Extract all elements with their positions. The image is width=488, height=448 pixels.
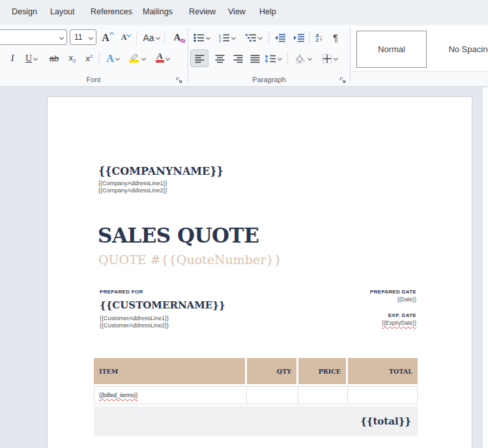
shrink-font-icon: A — [121, 33, 127, 42]
justify-button[interactable] — [246, 50, 263, 67]
exp-date-label: EXP. DATE — [382, 312, 416, 318]
customer-address-line2: {{CustomerAddressLine2}} — [100, 322, 169, 329]
line-spacing-icon — [265, 54, 276, 63]
clear-formatting-button[interactable]: A — [167, 29, 187, 46]
style-no-spacing[interactable]: No Spacing — [431, 31, 488, 68]
paragraph-dialog-launcher-icon[interactable] — [339, 77, 347, 85]
style-normal-label: Normal — [378, 44, 405, 54]
font-color-button[interactable]: A — [152, 50, 173, 67]
text-effects-icon: A — [106, 53, 114, 65]
style-no-spacing-label: No Spacing — [448, 44, 488, 54]
company-address[interactable]: {{CompanyAddressLine1}} {{CompanyAddress… — [98, 180, 167, 194]
col-header-price: PRICE — [298, 358, 346, 384]
sort-arrow-icon: ↓ — [319, 33, 323, 42]
superscript-button[interactable]: x2 — [82, 50, 96, 67]
shrink-font-button[interactable]: A — [118, 29, 134, 46]
text-highlight-button[interactable] — [126, 50, 148, 67]
underline-button[interactable]: U — [22, 50, 40, 67]
quote-number-line[interactable]: QUOTE #{{QuoteNumber}} — [98, 252, 282, 267]
col-header-item: ITEM — [94, 358, 245, 384]
font-size-combobox[interactable]: 11 — [70, 29, 96, 45]
tab-view[interactable]: View — [228, 7, 246, 16]
borders-button[interactable] — [318, 50, 341, 67]
chevron-down-icon — [278, 56, 282, 61]
subscript-button[interactable]: x2 — [65, 50, 79, 67]
bullets-icon — [194, 33, 205, 42]
align-right-button[interactable] — [229, 50, 246, 67]
tab-review[interactable]: Review — [189, 7, 216, 16]
customer-address[interactable]: {{CustomerAddressLine1}} {{CustomerAddre… — [100, 315, 169, 329]
company-address-line1: {{CompanyAddressLine1}} — [98, 180, 167, 187]
cell-divider — [298, 387, 298, 404]
total-row[interactable]: {{total}} — [94, 406, 418, 436]
group-divider — [188, 28, 188, 83]
numbering-button[interactable]: 123 — [216, 29, 238, 46]
superscript-icon: x2 — [86, 53, 93, 63]
strikethrough-button[interactable]: ab — [46, 50, 63, 67]
prepared-date-label: PREPARED DATE — [370, 289, 416, 295]
align-center-button[interactable] — [211, 50, 228, 67]
tab-mailings[interactable]: Mailings — [143, 7, 173, 16]
align-left-button[interactable] — [190, 50, 208, 67]
separator — [136, 31, 137, 44]
prepared-date-block[interactable]: PREPARED DATE {{Date}} — [370, 289, 416, 303]
italic-button[interactable]: I — [7, 50, 18, 67]
quote-table[interactable]: ITEM QTY PRICE TOTAL {{billed_items}} {{… — [94, 358, 418, 436]
shading-button[interactable] — [291, 50, 314, 67]
ribbon: oto 11 A A Aa A I — [0, 25, 488, 87]
total-value: {{total}} — [360, 415, 411, 427]
grow-font-button[interactable]: A — [99, 29, 116, 46]
company-name-placeholder[interactable]: {{COMPANYNAME}} — [98, 165, 223, 177]
line-spacing-button[interactable] — [262, 50, 284, 67]
quote-table-header-row: ITEM QTY PRICE TOTAL — [94, 358, 418, 384]
align-right-icon — [233, 54, 243, 63]
customer-name-placeholder[interactable]: {{CUSTOMERNAME}} — [100, 299, 225, 311]
font-group-label: Font — [0, 76, 187, 83]
borders-icon — [322, 53, 332, 64]
customer-address-line1: {{CustomerAddressLine1}} — [100, 315, 169, 322]
cell-divider — [246, 387, 247, 404]
document-canvas: {{COMPANYNAME}} {{CompanyAddressLine1}} … — [0, 87, 488, 448]
document-page[interactable]: {{COMPANYNAME}} {{CompanyAddressLine1}} … — [47, 97, 472, 448]
tab-help[interactable]: Help — [259, 7, 276, 16]
chevron-down-icon — [89, 35, 93, 39]
tab-layout[interactable]: Layout — [50, 7, 75, 16]
font-color-icon: A — [156, 52, 164, 65]
company-address-line2: {{CompanyAddressLine2}} — [98, 187, 167, 194]
separator — [287, 52, 288, 65]
word-window: Design Layout References Mailings Review… — [0, 0, 488, 448]
style-normal[interactable]: Normal — [356, 31, 427, 68]
svg-text:3: 3 — [219, 38, 221, 42]
cell-divider — [347, 387, 348, 404]
prepared-for-label: PREPARED FOR — [100, 289, 143, 295]
change-case-button[interactable]: Aa — [139, 29, 163, 46]
chevron-down-icon — [307, 56, 311, 61]
multilevel-list-button[interactable] — [242, 29, 265, 46]
decrease-indent-button[interactable] — [272, 29, 289, 46]
separator — [99, 52, 100, 65]
chevron-down-icon — [165, 56, 169, 61]
separator — [164, 31, 165, 44]
decrease-indent-icon — [274, 33, 286, 42]
show-hide-paragraph-button[interactable]: ¶ — [329, 29, 342, 46]
highlighter-icon — [129, 53, 140, 65]
chevron-down-icon — [257, 35, 262, 40]
text-effects-button[interactable]: A — [102, 50, 123, 67]
increase-indent-button[interactable] — [291, 29, 308, 46]
tab-design[interactable]: Design — [12, 7, 37, 16]
caret-up-icon — [109, 32, 114, 37]
document-title[interactable]: SALES QUOTE — [98, 224, 259, 247]
font-name-combobox[interactable]: oto — [0, 29, 67, 45]
vertical-scrollbar[interactable] — [482, 87, 488, 448]
pilcrow-icon: ¶ — [333, 33, 338, 43]
multilevel-list-icon — [246, 33, 257, 42]
font-dialog-launcher-icon[interactable] — [176, 77, 184, 85]
separator — [268, 31, 269, 44]
subscript-icon: x2 — [69, 53, 76, 64]
tab-references[interactable]: References — [91, 7, 132, 16]
exp-date-block[interactable]: EXP. DATE {{ExpiryDate}} — [382, 312, 416, 326]
bullets-button[interactable] — [192, 29, 211, 46]
strikethrough-icon: ab — [50, 53, 59, 63]
sort-button[interactable]: AZ ↓ — [311, 29, 328, 46]
table-row[interactable]: {{billed_items}} — [94, 386, 418, 404]
